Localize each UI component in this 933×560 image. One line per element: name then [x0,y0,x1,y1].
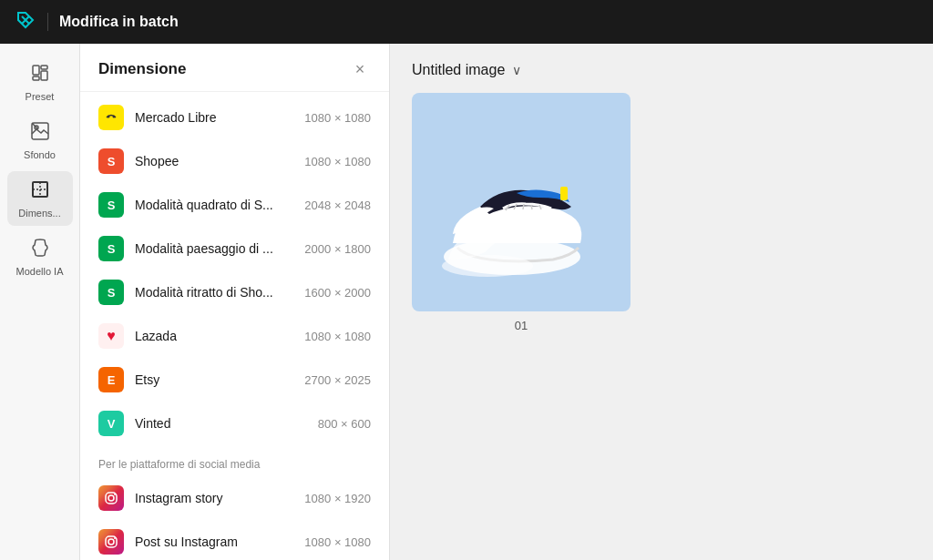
topbar-divider [47,13,48,31]
platform-etsy[interactable]: E Etsy 2700 × 2025 [80,358,389,402]
shopee-sq-size: 2048 × 2048 [304,199,371,212]
ig-story-size: 1080 × 1920 [304,492,371,505]
image-grid: 01 [412,93,911,332]
svg-rect-1 [33,76,39,80]
lazada-name: Lazada [135,329,293,343]
svg-rect-3 [41,71,47,80]
platform-shopee-port[interactable]: S Modalità ritratto di Sho... 1600 × 200… [80,270,389,314]
sidebar-modello-label: Modello IA [16,266,64,277]
shopee-icon: S [98,148,124,174]
platform-lazada[interactable]: ♥ Lazada 1080 × 1080 [80,314,389,358]
sidebar-item-dimension[interactable]: Dimens... [7,171,73,226]
shopee-sq-icon: S [98,192,124,218]
etsy-name: Etsy [135,372,293,387]
mercadolibre-size: 1080 × 1080 [304,111,371,125]
etsy-icon: E [98,367,124,392]
mercadolibre-name: Mercado Libre [135,110,293,125]
vinted-size: 800 × 600 [318,417,371,431]
ig-story-name: Instagram story [135,491,293,505]
dimension-panel: Dimensione × Mercado Libre 1080 × 1080 [80,44,390,560]
content-header: Untitled image ∨ [412,62,911,78]
shopee-port-name: Modalità ritratto di Sho... [135,285,293,300]
platform-mercadolibre[interactable]: Mercado Libre 1080 × 1080 [80,96,389,139]
lazada-icon: ♥ [98,323,124,349]
image-title: Untitled image [412,62,505,78]
sidebar-item-preset[interactable]: Preset [7,55,73,109]
shopee-name: Shopee [135,154,293,168]
vinted-name: Vinted [135,416,307,431]
mercadolibre-icon [98,105,124,130]
panel-title: Dimensione [98,60,186,78]
left-sidebar: Preset Sfondo Dimens... [0,44,80,560]
ig-post-name: Post su Instagram [135,535,293,549]
svg-point-14 [114,494,116,495]
ig-post-icon [98,529,124,555]
shopee-sq-name: Modalità quadrato di S... [135,198,293,212]
svg-point-11 [113,116,116,118]
svg-point-9 [103,109,119,126]
sidebar-item-sfondo[interactable]: Sfondo [7,113,73,168]
svg-line-21 [523,204,524,209]
ig-story-icon [98,485,124,511]
modello-icon [30,238,50,262]
panel-header: Dimensione × [80,44,389,92]
etsy-size: 2700 × 2025 [304,373,371,387]
shopee-size: 1080 × 1080 [304,155,371,168]
app-logo [15,9,36,36]
sidebar-preset-label: Preset [26,91,55,102]
sidebar-item-modello[interactable]: Modello IA [7,229,73,284]
topbar-title: Modifica in batch [59,14,179,30]
topbar: Modifica in batch [0,0,933,44]
svg-rect-0 [33,66,39,75]
shopee-port-icon: S [98,280,124,305]
vinted-icon: V [98,411,124,436]
shopee-port-size: 1600 × 2000 [304,286,371,300]
image-label-01: 01 [515,319,528,332]
shopee-land-size: 2000 × 1800 [304,242,371,256]
image-card-01: 01 [412,93,631,332]
image-thumb-01[interactable] [412,93,631,311]
svg-line-22 [531,205,532,209]
platform-list: Mercado Libre 1080 × 1080 S Shopee 1080 … [80,92,389,560]
platform-vinted[interactable]: V Vinted 800 × 600 [80,402,389,445]
panel-close-button[interactable]: × [349,58,371,80]
sidebar-dimension-label: Dimens... [18,208,60,219]
platform-shopee-sq[interactable]: S Modalità quadrato di S... 2048 × 2048 [80,183,389,227]
platform-shopee[interactable]: S Shopee 1080 × 1080 [80,139,389,183]
svg-point-16 [108,539,114,545]
lazada-size: 1080 × 1080 [304,330,371,343]
sidebar-sfondo-label: Sfondo [24,149,56,160]
image-dropdown-arrow[interactable]: ∨ [512,63,521,77]
preset-icon [30,63,50,87]
svg-rect-24 [560,187,568,200]
platform-shopee-land[interactable]: S Modalità paesaggio di ... 2000 × 1800 [80,227,389,270]
dimension-icon [30,179,50,204]
content-area: Untitled image ∨ [390,44,933,560]
main-layout: Preset Sfondo Dimens... [0,44,933,560]
sfondo-icon [30,121,50,146]
shopee-land-icon: S [98,236,124,261]
social-section-label: Per le piattaforme di social media [80,445,389,476]
svg-point-10 [108,116,110,118]
svg-point-13 [108,495,114,501]
platform-ig-post[interactable]: Post su Instagram 1080 × 1080 [80,520,389,560]
ig-post-size: 1080 × 1080 [304,535,371,549]
shopee-land-name: Modalità paesaggio di ... [135,241,293,256]
svg-rect-2 [41,66,47,69]
svg-point-17 [114,537,116,539]
platform-ig-story[interactable]: Instagram story 1080 × 1920 [80,476,389,520]
